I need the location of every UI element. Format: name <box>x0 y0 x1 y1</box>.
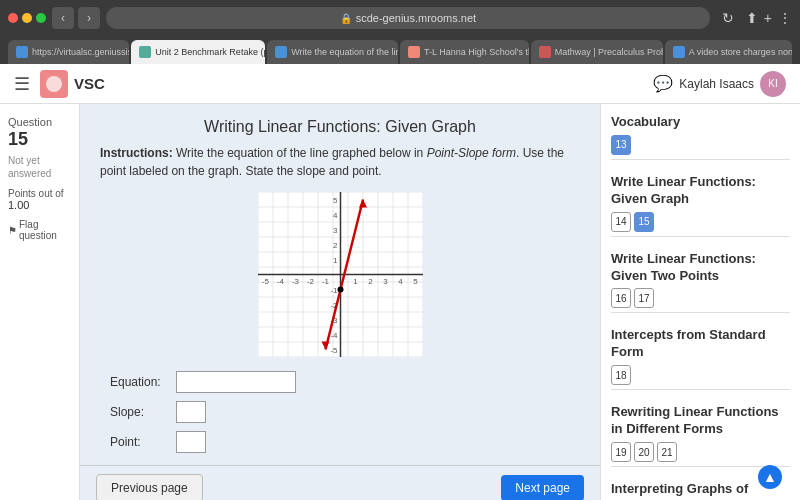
badge-18[interactable]: 18 <box>611 365 631 385</box>
badge-15[interactable]: 15 <box>634 212 654 232</box>
section-title-0: Vocabulary <box>611 114 790 131</box>
menu-icon[interactable]: ⋮ <box>778 10 792 26</box>
address-text: scde-genius.mrooms.net <box>356 12 476 24</box>
divider-0 <box>611 159 790 160</box>
site-logo: VSC <box>40 70 105 98</box>
badge-17[interactable]: 17 <box>634 288 654 308</box>
flag-icon: ⚑ <box>8 225 17 236</box>
question-number: 15 <box>8 129 28 149</box>
badge-20[interactable]: 20 <box>634 442 654 462</box>
close-dot[interactable] <box>8 13 18 23</box>
reload-button[interactable]: ↻ <box>716 10 740 26</box>
flag-label: Flag question <box>19 219 71 241</box>
tab-3[interactable]: T-L Hanna High School's theat... <box>400 40 529 64</box>
forward-button[interactable]: › <box>78 7 100 29</box>
badge-13[interactable]: 13 <box>611 135 631 155</box>
site-name: VSC <box>74 75 105 92</box>
tab-label-1: Unit 2 Benchmark Retake (page... <box>155 47 265 57</box>
tab-label-0: https://virtualsc.geniussis.co... <box>32 47 129 57</box>
lock-icon: 🔒 <box>340 13 352 24</box>
equation-label: Equation: <box>110 375 170 389</box>
question-label: Question <box>8 116 52 128</box>
instructions-text: Instructions: Write the equation of the … <box>100 144 580 180</box>
section-title-4: Rewriting Linear Functions in Different … <box>611 404 790 438</box>
badge-21[interactable]: 21 <box>657 442 677 462</box>
tabs-bar: https://virtualsc.geniussis.co... Unit 2… <box>0 36 800 64</box>
tab-label-2: Write the equation of the line gr... <box>291 47 398 57</box>
tab-label-5: A video store charges non-me... <box>689 47 792 57</box>
tab-1[interactable]: Unit 2 Benchmark Retake (page... <box>131 40 265 64</box>
previous-page-button[interactable]: Previous page <box>96 474 203 500</box>
points-label: Points out of <box>8 188 71 199</box>
bottom-bar: Previous page Next page <box>80 465 600 500</box>
question-label-text: Question 15 <box>8 114 71 150</box>
window-controls <box>8 13 46 23</box>
badge-row-1: 1415 <box>611 212 790 232</box>
browser-chrome: ‹ › 🔒 scde-genius.mrooms.net ↻ ⬆ + ⋮ <box>0 0 800 36</box>
section-title-1: Write Linear Functions: Given Graph <box>611 174 790 208</box>
maximize-dot[interactable] <box>36 13 46 23</box>
graph-area <box>258 192 423 357</box>
main-layout: Question 15 Not yet answered Points out … <box>0 104 800 500</box>
hamburger-icon[interactable]: ☰ <box>14 73 30 95</box>
new-tab-icon[interactable]: + <box>764 10 772 26</box>
point-input[interactable] <box>176 431 206 453</box>
browser-nav: ‹ › <box>52 7 100 29</box>
slope-input[interactable] <box>176 401 206 423</box>
tab-favicon-5 <box>673 46 685 58</box>
quiz-sidebar: Question 15 Not yet answered Points out … <box>0 104 80 500</box>
right-sidebar: Vocabulary13Write Linear Functions: Give… <box>600 104 800 500</box>
tab-label-4: Mathway | Precalculus Problem... <box>555 47 663 57</box>
tab-2[interactable]: Write the equation of the line gr... <box>267 40 398 64</box>
badge-14[interactable]: 14 <box>611 212 631 232</box>
sidebar-section-3: Intercepts from Standard Form18 <box>611 327 790 390</box>
tab-favicon-1 <box>139 46 151 58</box>
sidebar-section-4: Rewriting Linear Functions in Different … <box>611 404 790 467</box>
next-page-button[interactable]: Next page <box>501 475 584 500</box>
point-label: Point: <box>110 435 170 449</box>
tab-4[interactable]: Mathway | Precalculus Problem... <box>531 40 663 64</box>
user-name[interactable]: Kaylah Isaacs <box>679 77 754 91</box>
slope-row: Slope: <box>110 401 580 423</box>
badge-row-4: 192021 <box>611 442 790 462</box>
content-area: Writing Linear Functions: Given Graph In… <box>80 104 600 500</box>
moodle-navbar: ☰ VSC 💬 Kaylah Isaacs KI <box>0 64 800 104</box>
badge-row-0: 13 <box>611 135 790 155</box>
flag-question-button[interactable]: ⚑ Flag question <box>8 219 71 241</box>
scroll-up-button[interactable]: ▲ <box>758 465 782 489</box>
chat-icon[interactable]: 💬 <box>653 74 673 93</box>
tab-favicon-2 <box>275 46 287 58</box>
tab-0[interactable]: https://virtualsc.geniussis.co... <box>8 40 129 64</box>
share-icon[interactable]: ⬆ <box>746 10 758 26</box>
badge-row-2: 1617 <box>611 288 790 308</box>
equation-input[interactable] <box>176 371 296 393</box>
points-value: 1.00 <box>8 199 71 211</box>
user-area: 💬 Kaylah Isaacs KI <box>653 71 786 97</box>
tab-5[interactable]: A video store charges non-me... <box>665 40 792 64</box>
content-body: Instructions: Write the equation of the … <box>80 144 600 465</box>
form-fields: Equation: Slope: Point: <box>110 371 580 453</box>
minimize-dot[interactable] <box>22 13 32 23</box>
content-header: Writing Linear Functions: Given Graph <box>80 104 600 144</box>
badge-16[interactable]: 16 <box>611 288 631 308</box>
sidebar-section-0: Vocabulary13 <box>611 114 790 160</box>
not-answered-status: Not yet answered <box>8 154 71 180</box>
badge-19[interactable]: 19 <box>611 442 631 462</box>
badge-row-3: 18 <box>611 365 790 385</box>
sidebar-section-1: Write Linear Functions: Given Graph1415 <box>611 174 790 237</box>
tab-favicon-3 <box>408 46 420 58</box>
point-row: Point: <box>110 431 580 453</box>
user-avatar[interactable]: KI <box>760 71 786 97</box>
slope-label: Slope: <box>110 405 170 419</box>
section-title-2: Write Linear Functions: Given Two Points <box>611 251 790 285</box>
sidebar-section-2: Write Linear Functions: Given Two Points… <box>611 251 790 314</box>
page-title: Writing Linear Functions: Given Graph <box>100 118 580 136</box>
address-bar[interactable]: 🔒 scde-genius.mrooms.net <box>106 7 710 29</box>
divider-3 <box>611 389 790 390</box>
logo-image <box>40 70 68 98</box>
tab-favicon-4 <box>539 46 551 58</box>
tab-favicon-0 <box>16 46 28 58</box>
browser-actions: ⬆ + ⋮ <box>746 10 792 26</box>
svg-point-0 <box>46 76 62 92</box>
back-button[interactable]: ‹ <box>52 7 74 29</box>
